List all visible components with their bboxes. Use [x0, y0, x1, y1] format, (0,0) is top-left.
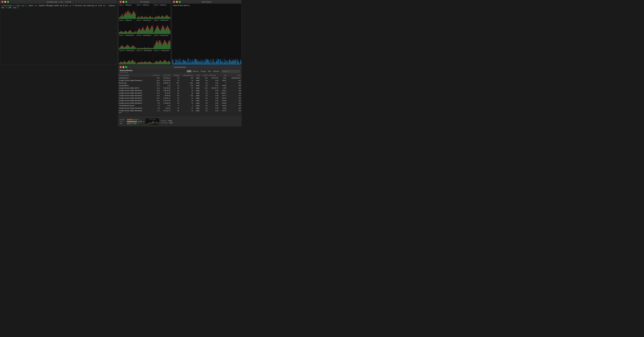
table-row[interactable]: WindowServer29.36:05:35.4133196Apple16.6… [118, 77, 241, 79]
cpu-core-cell-10: Core 10 — Performance [119, 50, 136, 64]
user-bar-segment [162, 62, 163, 64]
cpu-maximize-button[interactable] [125, 1, 127, 3]
col-header-idle-wake-ups[interactable]: Idle Wake Ups [180, 74, 194, 77]
table-row[interactable]: Google Chrome Helper (Renderer)14.331:19… [118, 92, 241, 94]
gpu-bar-segment [182, 60, 183, 64]
cell-4: 60 [180, 87, 194, 89]
gpu-maximize-button[interactable] [179, 1, 181, 3]
bar-group [159, 22, 159, 34]
table-row[interactable]: screencapture23.71.6213219Apple0.00.3214… [118, 84, 241, 87]
gpu-bar-segment [234, 61, 234, 64]
user-bar-segment [149, 18, 149, 19]
user-bar-segment [131, 47, 132, 49]
bar-group [156, 52, 156, 64]
tab-disk[interactable]: Disk [207, 70, 212, 72]
cell-6: 0.0 [200, 94, 208, 97]
user-bar-segment [130, 14, 130, 19]
table-row[interactable]: Google Chrome Helper (GPU)21.23:02:49.48… [118, 87, 241, 89]
gpu-bar-segment [210, 59, 210, 64]
user-bar-segment [130, 31, 130, 34]
col-header---cpu[interactable]: % CPU ▼ [150, 74, 160, 77]
table-row[interactable]: Google Chrome Helper (Renderer)6.71:04:1… [118, 110, 241, 112]
col-header-pid[interactable]: PID [219, 74, 227, 77]
table-row[interactable]: Google Chrome Helper (Renderer)13.238:35… [118, 94, 241, 97]
table-row[interactable]: Google Chrome Helper (Renderer)10.21:32:… [118, 99, 241, 102]
tab-memory[interactable]: Memory [192, 70, 200, 72]
maximize-button[interactable] [7, 1, 9, 3]
bar-group [129, 22, 129, 34]
table-row[interactable]: Google Chrome Helper (Renderer)6.32:02.2… [118, 107, 241, 110]
system-bar-segment [159, 29, 160, 30]
user-bar-segment [129, 47, 129, 49]
gpu-bar-segment [198, 62, 198, 64]
bar-group [152, 36, 152, 49]
table-row[interactable]: VTEncoderXPCService7.40.5461Apple0.00.00… [118, 104, 241, 107]
am-maximize-button[interactable] [125, 66, 127, 68]
cpu-minimize-button[interactable] [122, 1, 124, 3]
bar-group [141, 6, 141, 19]
table-row[interactable]: Google Chrome Helper (Renderer)26.14:24:… [118, 79, 241, 82]
am-close-button[interactable] [120, 66, 122, 68]
col-header-threads[interactable]: Threads [171, 74, 180, 77]
user-bar-segment [150, 48, 150, 49]
system-bar-segment [158, 26, 158, 28]
col-header-user[interactable]: User [227, 74, 241, 77]
user-bar-segment [141, 48, 141, 49]
gpu-bar-segment [201, 59, 201, 64]
table-row[interactable]: kernel_task26.28:48:08.176762010Apple0.0… [118, 82, 241, 84]
cell-3: 26 [171, 94, 180, 97]
cell-5: Apple [194, 89, 200, 92]
bar-group [135, 22, 135, 34]
user-bar-segment [149, 17, 150, 19]
tab-energy[interactable]: Energy [200, 70, 207, 72]
gpu-bar-segment [180, 59, 180, 64]
user-bar-segment [152, 17, 152, 19]
gpu-bar-segment [189, 59, 189, 64]
tab-cpu[interactable]: CPU [186, 70, 192, 72]
bar-group [132, 6, 132, 19]
col-header-process-name[interactable]: Process Name [118, 74, 150, 77]
table-row[interactable]: Google Chrome Helper (Renderer)9.91:18:3… [118, 102, 241, 104]
cpu-close-button[interactable] [120, 1, 122, 3]
table-row[interactable]: Google Chrome5.42:28:03.744469Apple0.00.… [118, 112, 241, 113]
bar-group [162, 6, 163, 19]
bar-group [131, 6, 132, 19]
bar-group [167, 36, 167, 49]
bar-group [150, 52, 150, 64]
bar-group [168, 22, 168, 34]
gpu-close-button[interactable] [173, 1, 175, 3]
am-search-input[interactable] [221, 70, 240, 73]
bar-group [159, 36, 160, 49]
minimize-button[interactable] [4, 1, 6, 3]
col-header-gpu-time[interactable]: GPU Time [208, 74, 219, 77]
activity-monitor-panel: Activity Monitor Activity Monitor All Pr… [118, 65, 242, 126]
user-bar-segment [120, 48, 120, 49]
user-bar-segment [151, 17, 151, 19]
gpu-bar-segment [236, 60, 236, 64]
cell-7: 0.00 [208, 104, 219, 107]
system-bar-segment [170, 42, 170, 43]
bar-group [150, 52, 150, 64]
close-button[interactable] [2, 1, 3, 3]
terminal-content[interactable]: nat@natmbp-4 llama.cpp % ./main -m ./mod… [0, 4, 118, 64]
bar-group [135, 22, 136, 34]
table-row[interactable]: Google Chrome Helper (Renderer)15.63:09:… [118, 89, 241, 92]
user-bar-segment [120, 32, 121, 34]
gpu-minimize-button[interactable] [176, 1, 178, 3]
table-row[interactable]: Google Chrome Helper (Renderer)10.71:03:… [118, 97, 241, 99]
bar-group [127, 52, 127, 64]
process-table-scroll[interactable]: Process Name% CPU ▼CPU TimeThreadsIdle W… [118, 74, 241, 113]
system-bar-segment [168, 28, 169, 29]
user-bar-segment [155, 62, 155, 64]
col-header---gpu[interactable]: % GPU [200, 74, 208, 77]
system-bar-segment [149, 30, 150, 30]
tab-network[interactable]: Network [212, 70, 220, 72]
gpu-bar-segment [175, 59, 175, 64]
am-minimize-button[interactable] [122, 66, 124, 68]
col-header-cpu-time[interactable]: CPU Time [160, 74, 171, 77]
user-bar-segment [135, 48, 135, 49]
bar-group [127, 22, 128, 34]
col-header-kind[interactable]: Kind [194, 74, 200, 77]
cell-3: 24 [171, 92, 180, 94]
bar-group [135, 36, 135, 49]
